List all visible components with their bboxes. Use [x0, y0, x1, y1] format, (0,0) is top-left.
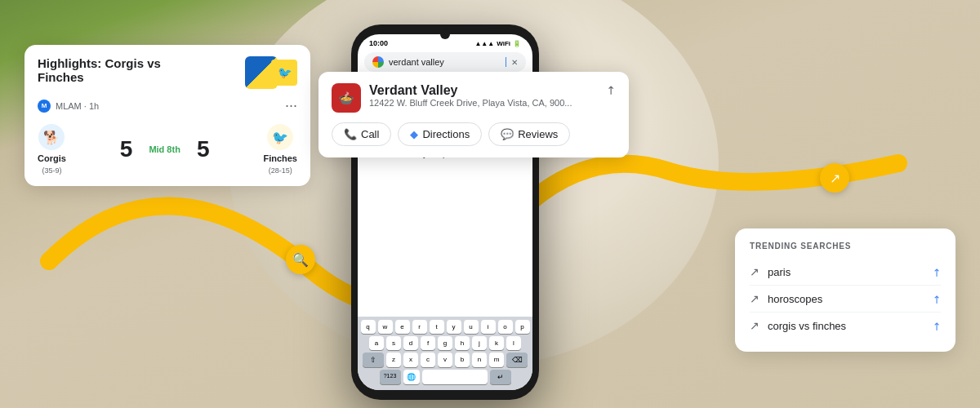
- mic-clear-icon: ✕: [511, 58, 518, 67]
- key-l[interactable]: l: [506, 336, 521, 350]
- trending-text-paris: paris: [768, 266, 924, 278]
- trending-arrow-icon: ↗: [750, 319, 760, 332]
- trending-text-horoscopes: horoscopes: [768, 293, 924, 305]
- trending-item-corgis[interactable]: ↗ corgis vs finches ↗: [750, 313, 941, 339]
- key-b[interactable]: b: [455, 353, 470, 367]
- reviews-button[interactable]: 💬 Reviews: [488, 122, 570, 146]
- key-t[interactable]: t: [430, 320, 444, 334]
- call-button[interactable]: 📞 Call: [332, 122, 391, 146]
- key-r[interactable]: r: [412, 320, 427, 334]
- key-w[interactable]: w: [378, 320, 393, 334]
- sports-meta: M MLAM · 1h ···: [38, 97, 297, 114]
- key-j[interactable]: j: [472, 336, 487, 350]
- key-enter[interactable]: ↵: [490, 370, 511, 384]
- trending-title: TRENDING SEARCHES: [750, 242, 941, 251]
- key-v[interactable]: v: [438, 353, 452, 367]
- keyboard-row-1: q w e r t y u i o p: [359, 320, 531, 334]
- search-icon: 🔍: [292, 252, 309, 268]
- verdant-address: 12422 W. Bluff Creek Drive, Playa Vista,…: [369, 98, 598, 108]
- call-label: Call: [361, 128, 379, 140]
- trending-icon: ↗: [830, 171, 840, 186]
- key-y[interactable]: y: [447, 320, 461, 334]
- key-p[interactable]: p: [515, 320, 530, 334]
- key-c[interactable]: c: [421, 353, 435, 367]
- score-display: 5 Mid 8th 5: [120, 136, 210, 162]
- sports-logos: 🐦: [245, 56, 297, 89]
- key-g[interactable]: g: [438, 336, 452, 350]
- key-space[interactable]: [422, 370, 488, 384]
- signal-icon: ▲▲▲: [474, 40, 494, 47]
- trending-text-corgis: corgis vs finches: [768, 320, 924, 332]
- battery-icon: 🔋: [513, 40, 521, 47]
- key-i[interactable]: i: [481, 320, 496, 334]
- sports-card: Highlights: Corgis vs Finches 🐦 M MLAM ·…: [24, 45, 310, 186]
- key-k[interactable]: k: [489, 336, 504, 350]
- verdant-actions: 📞 Call ◆ Directions 💬 Reviews: [332, 122, 616, 146]
- directions-label: Directions: [422, 128, 470, 140]
- sports-source: MLAM · 1h: [56, 101, 99, 111]
- status-icons: ▲▲▲ WiFi 🔋: [474, 40, 521, 47]
- finches-name: Finches: [263, 153, 297, 163]
- key-d[interactable]: d: [403, 336, 418, 350]
- key-s[interactable]: s: [386, 336, 401, 350]
- trending-arrow-icon: ↗: [750, 292, 760, 305]
- verdant-card: 🍲 Verdant Valley 12422 W. Bluff Creek Dr…: [318, 72, 629, 157]
- reviews-icon: 💬: [501, 128, 514, 140]
- sports-title: Highlights: Corgis vs Finches: [38, 56, 201, 84]
- trending-item-horoscopes[interactable]: ↗ horoscopes ↗: [750, 286, 941, 313]
- bird-icon: 🐦: [278, 66, 292, 79]
- key-e[interactable]: e: [395, 320, 410, 334]
- key-f[interactable]: f: [421, 336, 435, 350]
- wifi-icon: WiFi: [497, 40, 510, 47]
- more-options-button[interactable]: ···: [285, 97, 297, 114]
- key-h[interactable]: h: [455, 336, 470, 350]
- directions-button[interactable]: ◆ Directions: [398, 122, 482, 146]
- keyboard-row-3: ⇧ z x c v b n m ⌫: [359, 353, 531, 367]
- trend-bubble: ↗: [820, 163, 849, 193]
- restaurant-icon: 🍲: [338, 91, 354, 106]
- trending-link-icon[interactable]: ↗: [929, 291, 943, 306]
- search-bubble: 🔍: [286, 245, 315, 274]
- trending-link-icon[interactable]: ↗: [929, 264, 943, 279]
- score-middle: 5 Mid 8th 5: [120, 136, 210, 162]
- verdant-logo: 🍲: [332, 83, 361, 113]
- trending-arrow-icon: ↗: [750, 265, 760, 278]
- finches-icon: 🐦: [267, 124, 293, 150]
- phone-camera: [440, 29, 450, 39]
- finches-record: (28-15): [269, 166, 292, 175]
- key-backspace[interactable]: ⌫: [506, 353, 528, 367]
- trending-link-icon[interactable]: ↗: [929, 318, 943, 333]
- key-a[interactable]: a: [369, 336, 384, 350]
- key-shift[interactable]: ⇧: [363, 353, 384, 367]
- inning-label: Mid 8th: [149, 144, 180, 154]
- key-u[interactable]: u: [464, 320, 479, 334]
- phone-icon: 📞: [344, 128, 357, 140]
- key-o[interactable]: o: [498, 320, 513, 334]
- phone-search-bar[interactable]: verdant valley ✕: [364, 52, 526, 72]
- team-corgis: 🐕 Corgis (35-9): [38, 124, 66, 175]
- trending-item-paris[interactable]: ↗ paris ↗: [750, 259, 941, 286]
- status-time: 10:00: [369, 39, 388, 47]
- phone-search-input[interactable]: verdant valley: [389, 57, 501, 67]
- key-x[interactable]: x: [403, 353, 418, 367]
- team-finches: 🐦 Finches (28-15): [263, 124, 297, 175]
- key-q[interactable]: q: [361, 320, 376, 334]
- search-cursor: [506, 57, 506, 67]
- corgis-record: (35-9): [42, 166, 61, 175]
- sports-header: Highlights: Corgis vs Finches 🐦: [38, 56, 297, 89]
- verdant-header: 🍲 Verdant Valley 12422 W. Bluff Creek Dr…: [332, 83, 616, 113]
- key-numbers[interactable]: ?123: [380, 370, 401, 384]
- key-globe[interactable]: 🌐: [403, 370, 420, 384]
- key-n[interactable]: n: [472, 353, 487, 367]
- keyboard-row-2: a s d f g h j k l: [359, 336, 531, 350]
- corgis-icon: 🐕: [38, 124, 65, 150]
- key-z[interactable]: z: [386, 353, 401, 367]
- verdant-name: Verdant Valley: [369, 83, 598, 98]
- keyboard[interactable]: q w e r t y u i o p a s d f g h: [358, 317, 532, 390]
- score-section: 🐕 Corgis (35-9) 5 Mid 8th 5 🐦 Finches (2…: [38, 124, 297, 175]
- corgis-name: Corgis: [38, 153, 66, 163]
- key-m[interactable]: m: [489, 353, 504, 367]
- away-score: 5: [197, 136, 210, 162]
- expand-icon[interactable]: ↗: [603, 82, 619, 98]
- reviews-label: Reviews: [518, 128, 558, 140]
